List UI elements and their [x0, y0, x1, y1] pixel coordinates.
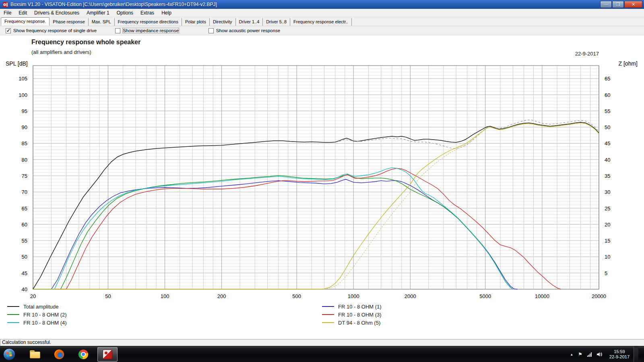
legend-item: FR 10 - 8 OHM (4)	[7, 319, 67, 327]
tab-polar-plots[interactable]: Polar plots	[182, 18, 210, 26]
legend-swatch	[7, 306, 19, 307]
menu-file[interactable]: File	[0, 9, 15, 17]
taskbar-explorer-button[interactable]	[25, 347, 45, 362]
legend-item: FR 10 - 8 OHM (3)	[322, 311, 382, 319]
legend-item: DT 94 - 8 Ohm (5)	[322, 319, 382, 327]
close-button[interactable]: ✕	[624, 1, 642, 8]
menu-drivers-enclosures[interactable]: Drivers & Enclosures	[31, 9, 83, 17]
checkbox-single-driver[interactable]: Show frequency response of single drive	[6, 28, 97, 33]
volume-icon[interactable]	[597, 352, 603, 357]
y2-tick-label: 40	[605, 157, 610, 163]
plot-frame	[33, 66, 599, 289]
series-dt-94-8-ohm-5-	[33, 123, 599, 289]
series-total-dashed	[339, 120, 599, 148]
tab-frequency-response-directions[interactable]: Frequency response directions	[115, 18, 182, 26]
y2-tick-label: 35	[605, 173, 610, 179]
network-icon[interactable]	[587, 352, 592, 357]
y-tick-label: 70	[22, 189, 27, 195]
taskbar-boxsim-button[interactable]	[97, 347, 118, 362]
legend-label: FR 10 - 8 OHM (4)	[23, 320, 67, 326]
options-bar: Show frequency response of single drive …	[0, 26, 644, 35]
taskbar-clock[interactable]: 15:59 22-9-2017	[609, 349, 630, 360]
y2-tick-label: 65	[605, 76, 610, 82]
clock-time: 15:59	[609, 349, 630, 354]
checkbox-acoustic-power-box[interactable]	[208, 28, 214, 33]
explorer-folder-icon	[30, 350, 40, 358]
y2-tick-label: 10	[605, 254, 610, 260]
x-tick-label: 20000	[592, 293, 606, 299]
x-tick-label: 5000	[479, 293, 491, 299]
x-tick-label: 10000	[535, 293, 549, 299]
action-center-flag-icon[interactable]: ⚑	[578, 352, 582, 357]
series-fr-10-8-ohm-4-	[33, 168, 513, 289]
taskbar-firefox-button[interactable]	[49, 347, 69, 362]
legend-label: FR 10 - 8 OHM (1)	[338, 304, 382, 310]
y-tick-label: 85	[22, 140, 27, 146]
legend-swatch	[322, 314, 334, 315]
y-tick-label: 95	[22, 108, 27, 114]
legend-swatch	[7, 314, 19, 315]
hidden-icons-chevron-icon[interactable]: ▲	[570, 353, 573, 356]
menu-amplifier-1[interactable]: Amplifier 1	[83, 9, 113, 17]
y-tick-label: 65	[22, 206, 27, 212]
legend-label: FR 10 - 8 OHM (2)	[23, 312, 67, 318]
titlebar: Boxsim V1.20 - VISATON-Edition [C:\Users…	[0, 0, 644, 9]
y-tick-label: 40	[22, 286, 27, 292]
chrome-icon	[78, 350, 88, 359]
tab-max-spl[interactable]: Max. SPL	[89, 18, 115, 26]
tab-phase-response[interactable]: Phase response	[50, 18, 89, 26]
menu-edit[interactable]: Edit	[15, 9, 31, 17]
y2-tick-label: 60	[605, 92, 610, 98]
minimize-button[interactable]: —	[600, 1, 612, 8]
x-tick-label: 500	[292, 293, 301, 299]
y-tick-label: 45	[22, 270, 27, 276]
system-tray: ▲ ⚑ 15:59 22-9-2017	[568, 346, 638, 362]
frequency-response-plot: 4045505560657075808590951001055101520253…	[0, 35, 644, 339]
legend-swatch	[322, 306, 334, 307]
menu-options[interactable]: Options	[113, 9, 137, 17]
y-tick-label: 50	[22, 254, 27, 260]
y-tick-label: 80	[22, 157, 27, 163]
checkbox-acoustic-power[interactable]: Show acoustic power response	[208, 28, 280, 33]
y2-tick-label: 30	[605, 189, 610, 195]
menubar: File Edit Drivers & Enclosures Amplifier…	[0, 9, 644, 17]
series-total-amplitude	[33, 122, 599, 289]
legend-column-2: FR 10 - 8 OHM (1)FR 10 - 8 OHM (3)DT 94 …	[322, 302, 382, 327]
checkbox-impedance[interactable]: Show impedance response	[115, 28, 179, 33]
y2-tick-label: 50	[605, 124, 610, 130]
checkbox-single-driver-box[interactable]	[6, 28, 11, 33]
x-tick-label: 100	[161, 293, 169, 299]
x-tick-label: 50	[105, 293, 111, 299]
y-tick-label: 100	[19, 92, 27, 98]
clock-date: 22-9-2017	[609, 354, 630, 360]
legend-label: DT 94 - 8 Ohm (5)	[338, 320, 380, 326]
tab-driver-1-4[interactable]: Driver 1..4	[236, 18, 263, 26]
chart-subtitle: (all amplifiers and drivers)	[31, 49, 91, 55]
y2-tick-label: 45	[605, 140, 610, 146]
legend-label: FR 10 - 8 OHM (3)	[338, 312, 382, 318]
chart-title: Frequency response whole speaker	[31, 39, 140, 46]
y-tick-label: 105	[19, 76, 27, 82]
legend-swatch	[7, 322, 19, 323]
menu-extras[interactable]: Extras	[137, 9, 158, 17]
taskbar-chrome-button[interactable]	[73, 347, 93, 362]
y-tick-label: 55	[22, 238, 27, 244]
legend-column-1: Total amplitudeFR 10 - 8 OHM (2)FR 10 - …	[7, 302, 67, 327]
tab-driver-5-8[interactable]: Driver 5..8	[263, 18, 290, 26]
tab-frequency-response-electr[interactable]: Frequency response electr..	[290, 18, 352, 26]
menu-help[interactable]: Help	[158, 9, 175, 17]
start-button[interactable]	[3, 348, 15, 360]
series-fr-10-8-ohm-3-	[33, 168, 561, 289]
tab-frequency-response[interactable]: Frequency response.	[1, 17, 50, 26]
status-text: Calculation successful.	[2, 339, 51, 345]
x-tick-label: 1000	[348, 293, 359, 299]
checkbox-impedance-box[interactable]	[115, 28, 120, 33]
show-desktop-button[interactable]	[634, 346, 638, 362]
chart-date: 22-9-2017	[575, 51, 599, 57]
legend-swatch	[322, 322, 334, 323]
tab-directivity[interactable]: Directivity	[210, 18, 236, 26]
tabbar: Frequency response. Phase response Max. …	[0, 17, 644, 26]
boxsim-icon	[103, 350, 112, 359]
legend-item: Total amplitude	[7, 302, 67, 311]
maximize-button[interactable]: ❐	[612, 1, 624, 8]
